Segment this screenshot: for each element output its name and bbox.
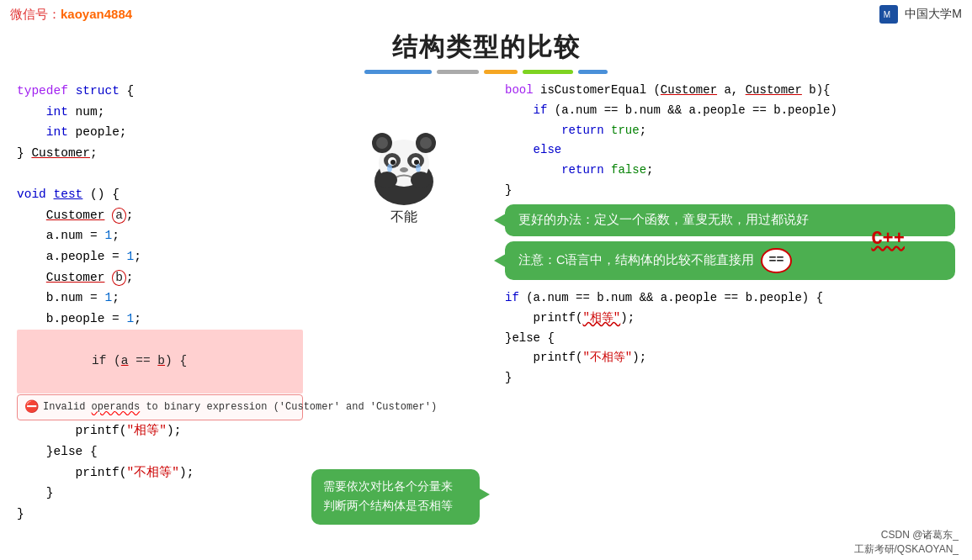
rt-line-4: else xyxy=(505,140,955,161)
code-line-10: Customer b; xyxy=(17,267,303,288)
code-line-12: b.people = 1; xyxy=(17,309,303,330)
bottom-labels: CSDN @诸葛东_ 工薪考研/QSKAOYAN_ xyxy=(854,528,959,557)
cpp-note-text: C++ xyxy=(871,229,905,250)
rb-line-1: if (a.num == b.num && a.people == b.peop… xyxy=(505,288,955,309)
middle-area: 不能 需要依次对比各个分量来 判断两个结构体是否相等 xyxy=(311,81,497,525)
rb-line-3: }else { xyxy=(505,329,955,349)
right-bottom-code: if (a.num == b.num && a.people == b.peop… xyxy=(505,288,955,388)
bubble-top-tail xyxy=(494,214,506,227)
bottom-note-balloon: 需要依次对比各个分量来 判断两个结构体是否相等 xyxy=(311,469,480,525)
logo-area: M 中国大学M xyxy=(878,3,962,25)
study-label: 工薪考研/QSKAOYAN_ xyxy=(854,542,959,557)
svg-point-12 xyxy=(390,160,396,165)
bar-orange xyxy=(484,70,518,74)
code-line-5 xyxy=(17,164,303,185)
code-line-14: }else { xyxy=(17,441,303,462)
cpp-note: C++ xyxy=(871,224,905,255)
page-title: 结构类型的比较 xyxy=(0,30,972,65)
balloon-tail xyxy=(478,488,490,501)
rb-line-5: } xyxy=(505,368,955,388)
bar-green xyxy=(523,70,573,74)
code-line-13: printf("相等"); xyxy=(17,420,303,441)
panda-image xyxy=(362,123,446,207)
code-line-4: } Customer; xyxy=(17,143,303,164)
code-line-9: a.people = 1; xyxy=(17,246,303,267)
code-line-8: a.num = 1; xyxy=(17,225,303,246)
svg-point-6 xyxy=(376,137,388,149)
weixin-label: 微信号：kaoyan4884 xyxy=(10,7,132,23)
svg-point-16 xyxy=(416,164,421,172)
weixin-id: kaoyan4884 xyxy=(61,7,132,21)
bubble-mid-tail xyxy=(494,254,506,267)
logo-text: 中国大学M xyxy=(905,7,962,22)
code-line-15: printf("不相等"); xyxy=(17,462,303,483)
bar-gray xyxy=(437,70,479,74)
code-line-6: void test () { xyxy=(17,184,303,205)
rt-line-6: } xyxy=(505,181,955,201)
svg-point-15 xyxy=(387,164,392,172)
bottom-note-text: 需要依次对比各个分量来 判断两个结构体是否相等 xyxy=(323,480,453,512)
svg-point-17 xyxy=(377,172,397,188)
panda-caption: 不能 xyxy=(390,209,417,226)
code-line-3: int people; xyxy=(17,122,303,143)
code-line-16: } xyxy=(17,483,303,504)
bar-blue xyxy=(364,70,432,74)
rt-line-2: if (a.num == b.num && a.people == b.peop… xyxy=(505,101,955,121)
rt-line-3: return true; xyxy=(505,121,955,141)
svg-point-7 xyxy=(420,137,432,149)
code-line-1: typedef struct { xyxy=(17,81,303,102)
left-code-panel: typedef struct { int num; int people; } … xyxy=(17,81,303,525)
color-bar xyxy=(0,70,972,74)
rb-line-2: printf("相等"); xyxy=(505,309,955,329)
eq-symbol-circle: == xyxy=(761,248,791,274)
code-line-11: b.num = 1; xyxy=(17,288,303,309)
svg-point-14 xyxy=(400,167,408,172)
main-content: typedef struct { int num; int people; } … xyxy=(0,81,972,525)
bubble-top-text: 更好的办法：定义一个函数，童叟无欺，用过都说好 xyxy=(518,213,809,226)
bubble-middle-text: 注意：C语言中，结构体的比较不能直接用 xyxy=(518,251,754,270)
logo-icon: M xyxy=(878,3,900,25)
code-line-17: } xyxy=(17,504,303,525)
top-bar: 微信号：kaoyan4884 M 中国大学M xyxy=(0,0,972,29)
code-line-2: int num; xyxy=(17,102,303,123)
error-bubble: ⛔ Invalid operands to binary expression … xyxy=(17,394,303,421)
csdn-label: CSDN @诸葛东_ xyxy=(854,528,959,542)
bar-blue2 xyxy=(578,70,608,74)
right-code-panel: bool isCustomerEqual (Customer a, Custom… xyxy=(505,81,955,525)
svg-text:M: M xyxy=(884,10,890,19)
rb-line-4: printf("不相等"); xyxy=(505,348,955,368)
rt-line-1: bool isCustomerEqual (Customer a, Custom… xyxy=(505,81,955,101)
code-line-7: Customer a; xyxy=(17,205,303,226)
right-top-code: bool isCustomerEqual (Customer a, Custom… xyxy=(505,81,955,201)
svg-point-18 xyxy=(411,172,431,188)
code-line-error: if (a == b) { xyxy=(17,330,303,394)
rt-line-5: return false; xyxy=(505,161,955,181)
panda-area: 不能 xyxy=(362,123,446,226)
error-icon: ⛔ xyxy=(24,398,39,418)
